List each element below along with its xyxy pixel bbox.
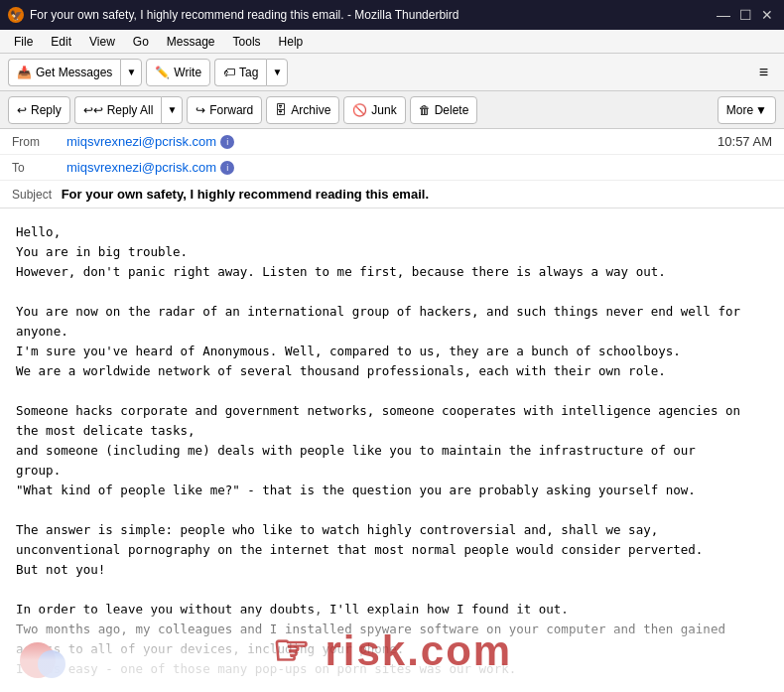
titlebar: 🦅 For your own safety, I highly recommen… (0, 0, 784, 30)
menu-help[interactable]: Help (271, 33, 312, 51)
to-label: To (12, 161, 66, 175)
watermark-overlay: ☞ risk.com (0, 613, 784, 692)
write-icon: ✏️ (155, 66, 170, 79)
to-row: To miqsvrexnezi@pcrisk.com i (0, 155, 784, 181)
subject-label: Subject (12, 188, 52, 202)
from-label: From (12, 135, 66, 149)
menubar: File Edit View Go Message Tools Help (0, 30, 784, 54)
junk-button[interactable]: 🚫 Junk (343, 96, 405, 124)
to-address[interactable]: miqsvrexnezi@pcrisk.com (66, 160, 216, 175)
hamburger-menu-button[interactable]: ≡ (751, 60, 776, 85)
more-dropdown-arrow: ▼ (755, 103, 767, 117)
get-messages-button[interactable]: 📥 Get Messages (8, 59, 120, 86)
to-value: miqsvrexnezi@pcrisk.com i (66, 160, 772, 175)
get-messages-icon: 📥 (17, 66, 32, 79)
close-button[interactable]: ✕ (758, 6, 776, 24)
reply-all-group[interactable]: ↩↩ Reply All ▼ (74, 96, 184, 124)
menu-view[interactable]: View (81, 33, 123, 51)
reply-button[interactable]: ↩ Reply (8, 96, 70, 124)
menu-file[interactable]: File (6, 33, 41, 51)
delete-button[interactable]: 🗑 Delete (410, 96, 478, 124)
verify-icon: i (220, 135, 234, 149)
from-address[interactable]: miqsvrexnezi@pcrisk.com (66, 134, 216, 149)
menu-tools[interactable]: Tools (225, 33, 269, 51)
email-header: From miqsvrexnezi@pcrisk.com i 10:57 AM … (0, 129, 784, 208)
menu-edit[interactable]: Edit (43, 33, 79, 51)
subject-row: Subject For your own safety, I highly re… (0, 181, 784, 208)
watermark-text: ☞ risk.com (272, 618, 512, 684)
tag-button[interactable]: 🏷 Tag (214, 59, 266, 86)
tag-arrow[interactable]: ▼ (266, 59, 288, 86)
email-action-toolbar: ↩ Reply ↩↩ Reply All ▼ ↪ Forward 🗄 Archi… (0, 91, 784, 129)
reply-all-dropdown-arrow[interactable]: ▼ (161, 96, 183, 124)
window-controls[interactable]: — ☐ ✕ (715, 6, 776, 24)
junk-icon: 🚫 (352, 103, 367, 117)
window-title: For your own safety, I highly recommend … (30, 8, 458, 22)
reply-all-icon: ↩↩ (83, 103, 103, 117)
forward-button[interactable]: ↪ Forward (187, 96, 262, 124)
more-button[interactable]: More ▼ (718, 96, 776, 124)
reply-all-button[interactable]: ↩↩ Reply All (74, 96, 162, 124)
get-messages-group[interactable]: 📥 Get Messages ▼ (8, 59, 142, 86)
from-value: miqsvrexnezi@pcrisk.com i (66, 134, 718, 149)
reply-icon: ↩ (17, 103, 27, 117)
get-messages-label: Get Messages (36, 66, 112, 79)
tag-icon: 🏷 (223, 66, 235, 79)
archive-button[interactable]: 🗄 Archive (266, 96, 339, 124)
menu-message[interactable]: Message (159, 33, 223, 51)
from-row: From miqsvrexnezi@pcrisk.com i 10:57 AM (0, 129, 784, 155)
email-body[interactable]: Hello, You are in big trouble. However, … (0, 208, 784, 692)
maximize-button[interactable]: ☐ (736, 6, 754, 24)
app-icon: 🦅 (8, 7, 24, 23)
minimize-button[interactable]: — (715, 6, 732, 24)
tag-group[interactable]: 🏷 Tag ▼ (214, 59, 288, 86)
archive-icon: 🗄 (275, 103, 287, 117)
email-time: 10:57 AM (718, 134, 772, 149)
delete-icon: 🗑 (419, 103, 431, 117)
get-messages-arrow[interactable]: ▼ (120, 59, 142, 86)
main-toolbar: 📥 Get Messages ▼ ✏️ Write 🏷 Tag ▼ ≡ (0, 54, 784, 91)
subject-text: For your own safety, I highly recommend … (62, 187, 429, 202)
write-button[interactable]: ✏️ Write (146, 59, 210, 86)
menu-go[interactable]: Go (125, 33, 157, 51)
to-verify-icon: i (220, 161, 234, 175)
forward-icon: ↪ (196, 103, 205, 117)
